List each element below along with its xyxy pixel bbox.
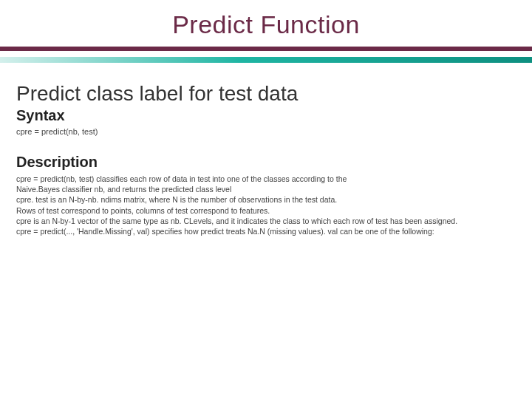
divider-teal bbox=[0, 57, 532, 63]
syntax-line: cpre = predict(nb, test) bbox=[16, 127, 516, 136]
desc-line-3: cpre. test is an N-by-nb. ndims matrix, … bbox=[16, 194, 516, 205]
desc-line-4: Rows of test correspond to points, colum… bbox=[16, 205, 516, 216]
desc-line-2: Naive.Bayes classifier nb, and returns t… bbox=[16, 184, 516, 194]
content-area: Predict class label for test data Syntax… bbox=[0, 63, 532, 236]
syntax-heading: Syntax bbox=[16, 107, 516, 124]
divider-group bbox=[0, 47, 532, 63]
page-title: Predict Function bbox=[0, 10, 532, 39]
title-area: Predict Function bbox=[0, 0, 532, 47]
desc-line-1: cpre = predict(nb, test) classifies each… bbox=[16, 174, 516, 184]
desc-line-6: cpre = predict(..., 'Handle.Missing', va… bbox=[16, 226, 516, 236]
description-heading: Description bbox=[16, 154, 516, 171]
desc-line-5: cpre is an N-by-1 vector of the same typ… bbox=[16, 216, 516, 226]
subtitle: Predict class label for test data bbox=[16, 82, 516, 106]
divider-gap bbox=[0, 51, 532, 57]
description-body: cpre = predict(nb, test) classifies each… bbox=[16, 174, 516, 236]
